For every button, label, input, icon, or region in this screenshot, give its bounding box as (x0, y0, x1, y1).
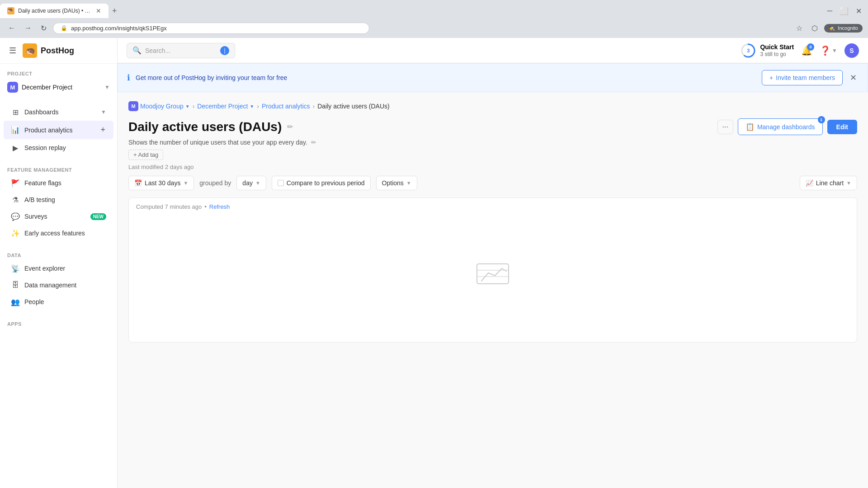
minimize-button[interactable]: ─ (825, 7, 835, 15)
group-chevron-icon: ▼ (185, 104, 190, 109)
page-title-section: Daily active users (DAUs) ✏ ··· 📋 Manage… (128, 118, 857, 170)
sidebar-early-access-label: Early access features (24, 230, 106, 237)
sidebar-item-ab-testing[interactable]: ⚗ A/B testing (4, 192, 113, 208)
sidebar-surveys-label: Surveys (24, 213, 86, 220)
banner-close-button[interactable]: ✕ (848, 71, 859, 84)
user-avatar[interactable]: S (844, 43, 859, 58)
empty-chart (475, 259, 511, 299)
add-insight-button[interactable]: + (99, 124, 106, 136)
plus-icon: + (769, 74, 773, 81)
breadcrumb-section-label: Product analytics (262, 103, 310, 110)
address-bar[interactable]: 🔒 (53, 23, 369, 34)
apps-section-label: APPS (0, 318, 117, 328)
sidebar-item-surveys[interactable]: 💬 Surveys NEW (4, 208, 113, 225)
notifications-badge: 0 (807, 43, 814, 51)
refresh-link[interactable]: Refresh (209, 203, 230, 210)
compare-checkbox[interactable] (278, 180, 284, 186)
chart-container: Computed 7 minutes ago • Refresh (128, 197, 857, 343)
search-icon: 🔍 (132, 46, 142, 55)
add-tag-button[interactable]: + Add tag (128, 150, 163, 160)
date-range-dropdown[interactable]: 📅 Last 30 days ▼ (128, 176, 194, 190)
sidebar-session-replay-label: Session replay (24, 144, 106, 151)
flask-icon: ⚗ (11, 195, 20, 204)
quick-start-number: 3 (747, 48, 750, 53)
chart-type-dropdown[interactable]: 📈 Line chart ▼ (800, 176, 857, 190)
tab-favicon: 🦔 (7, 7, 14, 14)
project-name: December Project (22, 84, 101, 91)
play-icon: ▶ (11, 143, 20, 152)
hamburger-button[interactable]: ☰ (7, 44, 18, 57)
dashboards-chevron-icon: ▼ (101, 109, 106, 115)
help-button[interactable]: ❓ ▼ (820, 45, 837, 56)
description-text: Shows the number of unique users that us… (128, 139, 307, 146)
forward-button[interactable]: → (22, 22, 34, 34)
page-actions: ··· 📋 Manage dashboards 1 Edit (717, 118, 857, 135)
breadcrumb-section[interactable]: Product analytics (262, 103, 310, 110)
tab-close-button[interactable]: ✕ (96, 7, 101, 14)
sidebar-item-people[interactable]: 👥 People (4, 294, 113, 310)
bookmark-button[interactable]: ☆ (793, 22, 805, 34)
breadcrumb-project-label: December Project (197, 103, 248, 110)
breadcrumb-group[interactable]: M Moodjoy Group ▼ (128, 101, 190, 111)
sidebar-item-dashboards[interactable]: ⊞ Dashboards ▼ (4, 104, 113, 120)
quick-start-text: Quick Start 3 still to go (760, 43, 794, 57)
empty-chart-icon (475, 259, 511, 293)
grouped-by-label: grouped by (199, 179, 231, 187)
incognito-badge: 🕵 Incognito (824, 24, 863, 33)
content-area: M Moodjoy Group ▼ › December Project ▼ ›… (118, 92, 868, 352)
project-chevron-icon: ▼ (250, 104, 254, 109)
help-icon: ❓ (820, 45, 831, 56)
page-description: Shows the number of unique users that us… (128, 139, 857, 146)
grid-icon: ⊞ (11, 108, 20, 117)
users-icon: 👥 (11, 297, 20, 306)
new-tab-button[interactable]: + (108, 6, 121, 16)
sidebar-item-product-analytics[interactable]: 📊 Product analytics + (4, 121, 113, 139)
project-chevron-icon: ▼ (104, 84, 110, 90)
breadcrumb-project[interactable]: December Project ▼ (197, 103, 254, 110)
group-period-dropdown[interactable]: day ▼ (236, 176, 266, 190)
edit-title-button[interactable]: ✏ (287, 122, 293, 131)
active-tab[interactable]: 🦔 Daily active users (DAUs) • Prod... ✕ (0, 4, 108, 18)
posthog-logo-icon: 🦔 (23, 43, 37, 58)
sidebar-data-management-label: Data management (24, 282, 106, 289)
quick-start-progress: 3 (740, 42, 756, 59)
edit-description-button[interactable]: ✏ (311, 139, 316, 146)
options-dropdown[interactable]: Options ▼ (376, 176, 417, 190)
more-options-button[interactable]: ··· (717, 120, 733, 134)
database-icon: 🗄 (11, 281, 20, 290)
quick-start[interactable]: 3 Quick Start 3 still to go (740, 42, 794, 59)
maximize-button[interactable]: ⬜ (837, 7, 851, 15)
sidebar-item-session-replay[interactable]: ▶ Session replay (4, 140, 113, 156)
invite-team-members-button[interactable]: + Invite team members (762, 70, 843, 85)
chat-icon: 💬 (11, 212, 20, 221)
manage-dashboards-button[interactable]: 📋 Manage dashboards 1 (738, 118, 823, 135)
sidebar-people-label: People (24, 298, 106, 305)
project-selector[interactable]: M December Project ▼ (0, 78, 117, 96)
sidebar-item-feature-flags[interactable]: 🚩 Feature flags (4, 175, 113, 191)
bar-chart-icon: 📊 (11, 126, 20, 135)
lock-icon: 🔒 (61, 25, 67, 31)
feature-management-section: FEATURE MANAGEMENT 🚩 Feature flags ⚗ A/B… (0, 160, 117, 245)
info-icon: ℹ (127, 73, 130, 83)
tags-row: + Add tag (128, 150, 857, 160)
sidebar-item-early-access[interactable]: ✨ Early access features (4, 225, 113, 241)
surveys-new-badge: NEW (90, 213, 106, 220)
compare-toggle[interactable]: Compare to previous period (272, 176, 371, 190)
chart-meta: Computed 7 minutes ago • Refresh (129, 198, 857, 216)
date-range-chevron-icon: ▼ (183, 180, 188, 186)
notifications-button[interactable]: 🔔 0 (801, 45, 812, 56)
apps-section: APPS (0, 314, 117, 332)
last-modified: Last modified 2 days ago (128, 164, 857, 170)
close-button[interactable]: ✕ (853, 7, 864, 15)
edit-button[interactable]: Edit (827, 120, 857, 134)
extensions-button[interactable]: ⬡ (809, 22, 821, 34)
calendar-icon: 📅 (134, 179, 142, 187)
search-bar[interactable]: 🔍 Search... | (127, 43, 235, 58)
broadcast-icon: 📡 (11, 264, 20, 273)
refresh-button[interactable]: ↻ (38, 22, 49, 34)
sidebar-item-event-explorer[interactable]: 📡 Event explorer (4, 260, 113, 277)
url-input[interactable] (71, 25, 362, 32)
sidebar-item-data-management[interactable]: 🗄 Data management (4, 277, 113, 293)
back-button[interactable]: ← (5, 22, 18, 34)
top-navbar: 🔍 Search... | 3 Q (118, 38, 868, 63)
